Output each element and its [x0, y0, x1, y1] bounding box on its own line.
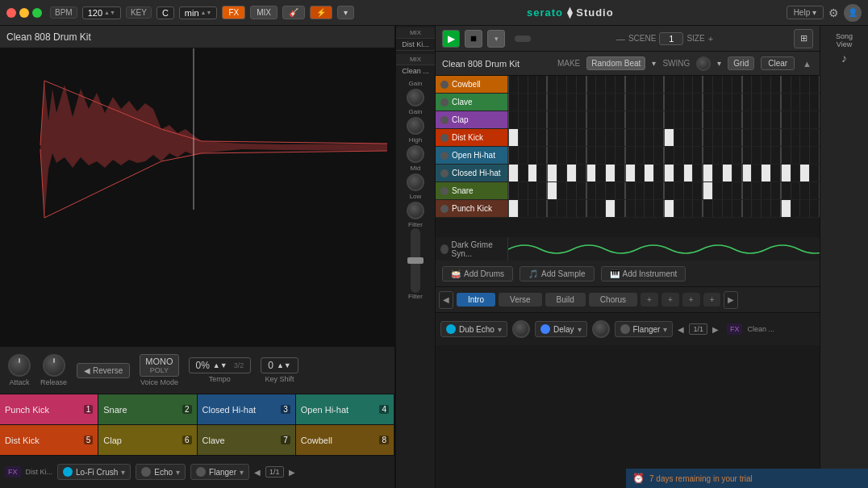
right-fx-dot-1[interactable]: [446, 324, 456, 334]
attack-knob[interactable]: [8, 354, 31, 377]
beat-cell[interactable]: [547, 111, 557, 128]
random-beat-button[interactable]: Random Beat: [586, 56, 645, 70]
beat-cell[interactable]: [742, 76, 753, 93]
arrange-add-btn-2[interactable]: +: [661, 293, 679, 307]
beat-cell[interactable]: [596, 182, 606, 199]
beat-cell[interactable]: [762, 94, 771, 111]
beat-cell[interactable]: [654, 76, 664, 93]
beat-cell[interactable]: [654, 111, 664, 128]
beat-cell[interactable]: [508, 200, 519, 217]
beat-cell[interactable]: [596, 165, 606, 181]
beat-cell[interactable]: [723, 94, 732, 111]
beat-cell[interactable]: [791, 94, 801, 111]
beat-cell[interactable]: [596, 94, 606, 111]
beat-cell[interactable]: [645, 200, 654, 217]
beat-cell[interactable]: [664, 94, 674, 111]
mute-button[interactable]: [440, 187, 449, 195]
beat-cell[interactable]: [519, 182, 528, 199]
beat-cell[interactable]: [596, 200, 606, 217]
beat-cell[interactable]: [557, 165, 567, 181]
beat-cell[interactable]: [713, 129, 723, 146]
beat-cell[interactable]: [791, 129, 801, 146]
beat-cell[interactable]: [537, 147, 547, 164]
right-transport-back[interactable]: ◀: [678, 325, 684, 334]
beat-cell[interactable]: [781, 165, 791, 181]
beat-cell[interactable]: [606, 76, 616, 93]
beat-cell[interactable]: [693, 200, 703, 217]
beat-cell[interactable]: [586, 111, 597, 128]
beat-cell[interactable]: [703, 165, 713, 181]
dropdown-button[interactable]: ▾: [487, 30, 505, 48]
beat-cell[interactable]: [528, 94, 538, 111]
fx-arrow-1[interactable]: ▾: [121, 468, 125, 477]
beat-cell[interactable]: [519, 147, 528, 164]
beat-cell[interactable]: [723, 147, 732, 164]
plus-icon[interactable]: +: [708, 34, 713, 44]
beat-cell[interactable]: [674, 129, 684, 146]
beat-cell[interactable]: [674, 165, 684, 181]
beat-cell[interactable]: [586, 147, 597, 164]
beat-cell[interactable]: [800, 76, 810, 93]
stop-button[interactable]: ■: [465, 30, 482, 48]
release-knob[interactable]: [43, 354, 65, 377]
right-transport-fwd[interactable]: ▶: [712, 325, 719, 334]
help-button[interactable]: Help ▾: [787, 6, 824, 19]
beat-cell[interactable]: [723, 76, 732, 93]
beat-cell[interactable]: [567, 111, 577, 128]
beat-cell[interactable]: [616, 147, 625, 164]
beat-cell[interactable]: [596, 111, 606, 128]
beat-cell[interactable]: [547, 200, 557, 217]
beat-cell[interactable]: [762, 200, 771, 217]
beat-cell[interactable]: [742, 94, 753, 111]
beat-cell[interactable]: [547, 165, 557, 181]
beat-cell[interactable]: [781, 111, 791, 128]
arrange-intro-btn[interactable]: Intro: [457, 293, 495, 307]
beat-cell[interactable]: [616, 165, 625, 181]
low-knob[interactable]: [407, 202, 424, 219]
beat-cell[interactable]: [577, 76, 586, 93]
beat-cell[interactable]: [528, 165, 538, 181]
beat-cell[interactable]: [586, 76, 597, 93]
fx-button[interactable]: FX: [222, 6, 245, 19]
beat-cell[interactable]: [762, 129, 771, 146]
beat-cell[interactable]: [713, 94, 723, 111]
beat-cell[interactable]: [586, 165, 597, 181]
gain-knob-2[interactable]: [407, 117, 424, 135]
beat-cell[interactable]: [557, 129, 567, 146]
beat-cell[interactable]: [762, 76, 771, 93]
beat-cell[interactable]: [810, 147, 820, 164]
beat-cell[interactable]: [713, 200, 723, 217]
right-fx-knob-2[interactable]: [592, 320, 610, 338]
beat-cell[interactable]: [762, 111, 771, 128]
beat-cell[interactable]: [674, 94, 684, 111]
beat-cell[interactable]: [713, 111, 723, 128]
beat-cell[interactable]: [625, 200, 636, 217]
beat-cell[interactable]: [547, 129, 557, 146]
beat-cell[interactable]: [577, 94, 586, 111]
pad-clave[interactable]: Clave 7: [198, 425, 296, 455]
right-fx-dot-2[interactable]: [540, 324, 550, 334]
beat-cell[interactable]: [596, 76, 606, 93]
beat-cell[interactable]: [732, 94, 742, 111]
beat-cell[interactable]: [606, 165, 616, 181]
beat-cell[interactable]: [606, 129, 616, 146]
fader-thumb-left[interactable]: [407, 257, 424, 264]
beat-cell[interactable]: [742, 111, 753, 128]
add-drums-button[interactable]: 🥁 Add Drums: [442, 266, 513, 282]
beat-cell[interactable]: [537, 200, 547, 217]
swing-knob[interactable]: [696, 56, 711, 71]
beat-cell[interactable]: [645, 182, 654, 199]
fader-left[interactable]: [411, 228, 420, 293]
beat-cell[interactable]: [636, 165, 645, 181]
beat-cell[interactable]: [752, 129, 762, 146]
beat-cell[interactable]: [586, 200, 597, 217]
beat-cell[interactable]: [508, 94, 519, 111]
beat-cell[interactable]: [771, 111, 781, 128]
pad-cowbell[interactable]: Cowbell 8: [296, 425, 394, 455]
beat-cell[interactable]: [800, 200, 810, 217]
beat-cell[interactable]: [693, 165, 703, 181]
beat-cell[interactable]: [664, 200, 674, 217]
beat-cell[interactable]: [800, 94, 810, 111]
beat-cell[interactable]: [752, 165, 762, 181]
fx-dot-3[interactable]: [196, 467, 206, 477]
